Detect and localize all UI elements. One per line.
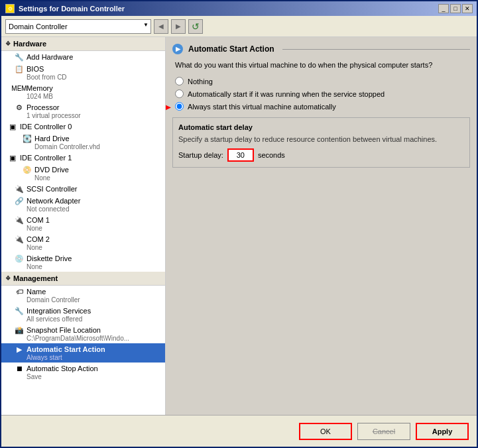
radio-nothing[interactable]: Nothing [175,77,470,85]
sidebar-item-scsi[interactable]: 🔌 SCSI Controller [1,183,165,195]
sidebar-item-label: Add Hardware [27,53,73,61]
add-hardware-icon: 🔧 [15,52,24,62]
sidebar-item-network[interactable]: 🔗 Network Adapter Not connected [1,195,165,214]
sidebar-item-label: Integration Services [27,307,91,315]
sidebar-item-label: Automatic Stop Action [27,364,98,372]
sidebar-item-sub: None [15,244,161,251]
sidebar-item-sub: C:\ProgramData\Microsoft\Windo... [15,335,161,342]
vm-dropdown-wrapper: Domain Controller [5,19,151,34]
sidebar-item-label: IDE Controller 0 [20,123,72,131]
scsi-icon: 🔌 [15,184,24,194]
startup-delay-input[interactable] [227,148,254,162]
cancel-button[interactable]: Cancel [357,423,410,440]
sidebar-item-hard-drive[interactable]: 💽 Hard Drive Domain Controller.vhd [1,133,165,152]
sidebar-item-label: Memory [27,84,53,92]
settings-window: ⚙ Settings for Domain Controller _ □ ✕ D… [0,0,478,448]
delay-section-title: Automatic start delay [178,123,464,131]
sidebar-item-label: Hard Drive [34,135,70,142]
radio-always-start-label[interactable]: Always start this virtual machine automa… [188,103,336,111]
startup-delay-label: Startup delay: [178,151,223,159]
minimize-button[interactable]: _ [438,4,449,13]
sidebar-item-label: Snapshot File Location [27,326,101,334]
sidebar-item-label: BIOS [27,65,44,73]
sidebar-item-label: Network Adapter [27,197,80,205]
sidebar-item-sub: Always start [15,354,161,361]
bios-icon: 📋 [15,64,24,74]
sidebar-item-com1[interactable]: 🔌 COM 1 None [1,214,165,233]
sidebar-item-sub: 1024 MB [15,93,161,100]
back-button[interactable]: ◀ [154,19,168,34]
ok-button[interactable]: OK [299,423,352,440]
sidebar-item-com2[interactable]: 🔌 COM 2 None [1,233,165,252]
radio-nothing-label[interactable]: Nothing [188,78,213,85]
network-icon: 🔗 [15,196,24,205]
forward-button[interactable]: ▶ [171,19,186,34]
radio-auto-start-input[interactable] [175,89,184,98]
com2-icon: 🔌 [15,235,24,244]
sidebar-item-integration[interactable]: 🔧 Integration Services All services offe… [1,305,165,324]
hardware-section-label: Hardware [13,40,46,48]
processor-icon: ⚙ [15,103,24,112]
memory-icon: MEM [15,84,24,93]
maximize-button[interactable]: □ [450,4,461,13]
radio-always-start-input[interactable] [175,102,184,111]
title-bar-buttons: _ □ ✕ [438,4,473,13]
sidebar-item-ide0[interactable]: ▣ IDE Controller 0 [1,121,165,133]
sidebar: ❖ Hardware 🔧 Add Hardware 📋 BIOS Boot fr… [1,37,166,415]
sidebar-item-sub: None [15,225,161,232]
sidebar-item-label: SCSI Controller [27,185,77,193]
auto-stop-icon: ⏹ [15,364,24,373]
sidebar-item-diskette[interactable]: 💿 Diskette Drive None [1,252,165,272]
window-icon: ⚙ [5,4,15,13]
sidebar-item-label: COM 2 [27,235,50,243]
sidebar-item-sub: None [15,263,161,270]
sidebar-item-auto-stop[interactable]: ⏹ Automatic Stop Action Save [1,363,165,382]
sidebar-item-label: Name [27,288,46,296]
refresh-button[interactable]: ↺ [188,19,203,34]
section-icon: ▶ [172,44,183,54]
radio-nothing-input[interactable] [175,77,184,85]
sidebar-item-processor[interactable]: ⚙ Processor 1 virtual processor [1,101,165,121]
section-divider [282,49,470,50]
sidebar-item-label: Diskette Drive [27,254,72,262]
delay-row: Startup delay: seconds [178,148,464,162]
auto-start-icon: ▶ [15,345,24,354]
management-section-label: Management [13,274,58,282]
ide1-expand-icon: ▣ [8,153,17,162]
sidebar-item-sub: Boot from CD [15,74,161,81]
sidebar-item-label: Processor [27,103,60,111]
sidebar-item-sub: Domain Controller [15,296,161,304]
radio-auto-start[interactable]: Automatically start if it was running wh… [175,89,470,98]
hard-drive-icon: 💽 [23,134,32,143]
close-button[interactable]: ✕ [462,4,473,13]
startup-delay-unit: seconds [258,151,285,159]
sidebar-item-dvd-drive[interactable]: 📀 DVD Drive None [1,164,165,183]
sidebar-item-sub: 1 virtual processor [15,112,161,119]
sidebar-item-auto-start[interactable]: ▶ Automatic Start Action Always start [1,343,165,363]
dvd-drive-icon: 📀 [23,165,32,174]
bottom-bar: OK Cancel Apply [1,415,477,447]
radio-always-start[interactable]: ➤ Always start this virtual machine auto… [175,102,470,111]
sidebar-item-sub: Domain Controller.vhd [23,143,161,150]
vm-dropdown[interactable]: Domain Controller [5,19,151,34]
sidebar-item-bios[interactable]: 📋 BIOS Boot from CD [1,63,165,82]
hardware-section-header[interactable]: ❖ Hardware [1,37,165,51]
integration-icon: 🔧 [15,306,24,315]
sidebar-item-sub: All services offered [15,315,161,323]
sidebar-item-sub: Save [15,373,161,380]
sidebar-item-memory[interactable]: MEM Memory 1024 MB [1,82,165,101]
sidebar-item-snapshot[interactable]: 📸 Snapshot File Location C:\ProgramData\… [1,324,165,343]
sidebar-item-label: DVD Drive [34,166,69,174]
toolbar: Domain Controller ◀ ▶ ↺ [1,16,477,37]
management-section-header[interactable]: ❖ Management [1,272,165,286]
sidebar-item-ide1[interactable]: ▣ IDE Controller 1 [1,152,165,164]
sidebar-item-name[interactable]: 🏷 Name Domain Controller [1,286,165,305]
sidebar-item-add-hardware[interactable]: 🔧 Add Hardware [1,51,165,63]
radio-auto-start-label[interactable]: Automatically start if it was running wh… [188,90,385,98]
sidebar-item-label: Automatic Start Action [27,345,105,353]
diskette-icon: 💿 [15,254,24,263]
apply-button[interactable]: Apply [416,423,469,440]
title-bar-left: ⚙ Settings for Domain Controller [5,4,125,13]
name-icon: 🏷 [15,287,24,296]
ide0-expand-icon: ▣ [8,122,17,131]
